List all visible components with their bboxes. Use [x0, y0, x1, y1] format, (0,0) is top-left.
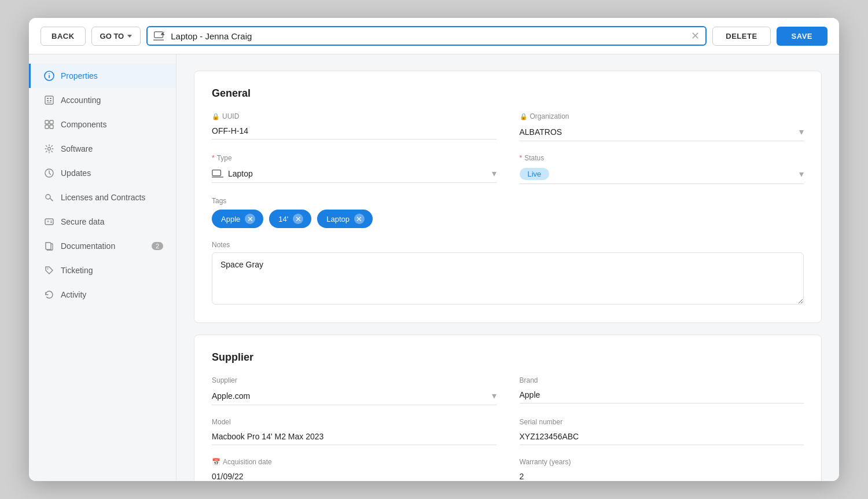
acquisition-value: 01/09/22 — [212, 468, 496, 481]
general-section: General 🔒 UUID OFF-H-14 🔒 Organization — [194, 71, 822, 323]
sidebar-item-accounting[interactable]: Accounting — [29, 88, 176, 112]
svg-rect-12 — [50, 120, 53, 124]
sidebar-item-updates[interactable]: Updates — [29, 161, 176, 185]
chevron-down-icon — [127, 35, 132, 38]
svg-rect-13 — [45, 125, 49, 129]
sidebar-label-activity: Activity — [61, 290, 86, 299]
tag-apple-label: Apple — [221, 215, 240, 223]
model-field: Model Macbook Pro 14' M2 Max 2023 — [212, 418, 496, 445]
tag-14: 14' ✕ — [269, 210, 311, 228]
sidebar-label-accounting: Accounting — [61, 96, 101, 105]
sidebar-item-licenses[interactable]: Licenses and Contracts — [29, 185, 176, 210]
sidebar-item-ticketing[interactable]: Ticketing — [29, 258, 176, 282]
sidebar-label-software: Software — [61, 144, 93, 153]
svg-rect-3 — [49, 75, 50, 79]
general-title: General — [212, 87, 804, 100]
book-icon — [43, 240, 55, 252]
notes-label: Notes — [212, 241, 804, 249]
lock-icon: 🔒 — [212, 113, 220, 120]
svg-rect-14 — [50, 125, 53, 129]
supplier-value[interactable]: Apple.com ▾ — [212, 387, 496, 405]
save-button[interactable]: SAVE — [777, 27, 827, 46]
tag-icon — [43, 265, 55, 276]
status-badge: Live — [520, 168, 550, 180]
tag-laptop-remove[interactable]: ✕ — [354, 214, 365, 224]
warranty-value: 2 — [520, 468, 804, 481]
svg-rect-10 — [47, 102, 52, 103]
status-dropdown-arrow: ▾ — [799, 168, 804, 179]
content-area: General 🔒 UUID OFF-H-14 🔒 Organization — [176, 54, 839, 481]
supplier-field: Supplier Apple.com ▾ — [212, 376, 496, 405]
main-window: BACK GO TO ✕ DELETE SAVE — [29, 18, 839, 481]
warranty-field: Warranty (years) 2 — [520, 458, 804, 481]
notes-textarea[interactable]: Space Gray — [212, 252, 804, 304]
tag-apple-remove[interactable]: ✕ — [245, 214, 255, 224]
brand-value: Apple — [520, 387, 804, 403]
acquisition-field: 📅 Acquisition date 01/09/22 — [212, 458, 496, 481]
type-status-row: * Type Laptop ▾ * Status — [212, 154, 804, 184]
organization-field: 🔒 Organization ALBATROS ▾ — [520, 112, 804, 141]
sidebar-item-properties[interactable]: Properties — [29, 64, 176, 88]
delete-button[interactable]: DELETE — [712, 27, 770, 46]
gear-icon — [43, 143, 55, 155]
uuid-field: 🔒 UUID OFF-H-14 — [212, 112, 496, 141]
svg-rect-5 — [45, 96, 53, 104]
goto-button[interactable]: GO TO — [91, 27, 141, 46]
status-label: * Status — [520, 154, 804, 162]
key-icon — [43, 192, 55, 203]
status-value[interactable]: Live ▾ — [520, 164, 804, 184]
documentation-badge: 2 — [152, 242, 163, 250]
sidebar-item-documentation[interactable]: Documentation 2 — [29, 234, 176, 258]
svg-rect-6 — [47, 98, 49, 99]
serial-field: Serial number XYZ123456ABC — [520, 418, 804, 445]
clock-icon — [43, 167, 55, 179]
model-serial-row: Model Macbook Pro 14' M2 Max 2023 Serial… — [212, 418, 804, 445]
tags-row: Apple ✕ 14' ✕ Laptop ✕ — [212, 210, 804, 228]
svg-point-17 — [46, 195, 50, 199]
id-card-icon — [43, 216, 55, 228]
history-icon — [43, 289, 55, 300]
tag-14-remove[interactable]: ✕ — [293, 214, 303, 224]
sidebar-item-activity[interactable]: Activity — [29, 282, 176, 307]
title-input-wrap: ✕ — [146, 26, 707, 46]
uuid-label: 🔒 UUID — [212, 112, 496, 120]
supplier-label: Supplier — [212, 376, 496, 384]
uuid-value: OFF-H-14 — [212, 123, 496, 140]
tag-laptop: Laptop ✕ — [317, 210, 373, 228]
acquisition-label: 📅 Acquisition date — [212, 458, 496, 466]
svg-rect-9 — [50, 100, 52, 101]
sidebar-item-components[interactable]: Components — [29, 112, 176, 137]
model-label: Model — [212, 418, 496, 426]
svg-point-22 — [47, 269, 49, 270]
device-title-input[interactable] — [171, 31, 686, 41]
svg-rect-19 — [47, 221, 49, 222]
sidebar-item-software[interactable]: Software — [29, 137, 176, 161]
tag-14-label: 14' — [278, 215, 288, 223]
acquisition-warranty-row: 📅 Acquisition date 01/09/22 Warranty (ye… — [212, 458, 804, 481]
clear-icon[interactable]: ✕ — [691, 31, 700, 41]
sidebar-item-secure-data[interactable]: Secure data — [29, 210, 176, 234]
laptop-icon — [153, 31, 166, 41]
type-dropdown-arrow: ▾ — [492, 168, 496, 179]
status-field: * Status Live ▾ — [520, 154, 804, 184]
sidebar-label-components: Components — [61, 120, 106, 129]
notes-section: Notes Space Gray — [212, 241, 804, 306]
organization-label: 🔒 Organization — [520, 112, 804, 120]
topbar: BACK GO TO ✕ DELETE SAVE — [29, 18, 839, 54]
model-value: Macbook Pro 14' M2 Max 2023 — [212, 428, 496, 445]
sidebar-label-secure-data: Secure data — [61, 217, 105, 226]
grid-icon — [43, 119, 55, 130]
type-value[interactable]: Laptop ▾ — [212, 164, 496, 183]
type-field: * Type Laptop ▾ — [212, 154, 496, 184]
organization-value[interactable]: ALBATROS ▾ — [520, 123, 804, 141]
sidebar-label-licenses: Licenses and Contracts — [61, 193, 145, 202]
back-button[interactable]: BACK — [41, 27, 86, 46]
laptop-type-icon — [212, 169, 223, 178]
serial-label: Serial number — [520, 418, 804, 426]
tags-section: Tags Apple ✕ 14' ✕ Laptop ✕ — [212, 197, 804, 228]
brand-field: Brand Apple — [520, 376, 804, 405]
supplier-title: Supplier — [212, 351, 804, 364]
supplier-dropdown-arrow: ▾ — [492, 390, 496, 401]
svg-rect-11 — [45, 120, 49, 124]
brand-label: Brand — [520, 376, 804, 384]
